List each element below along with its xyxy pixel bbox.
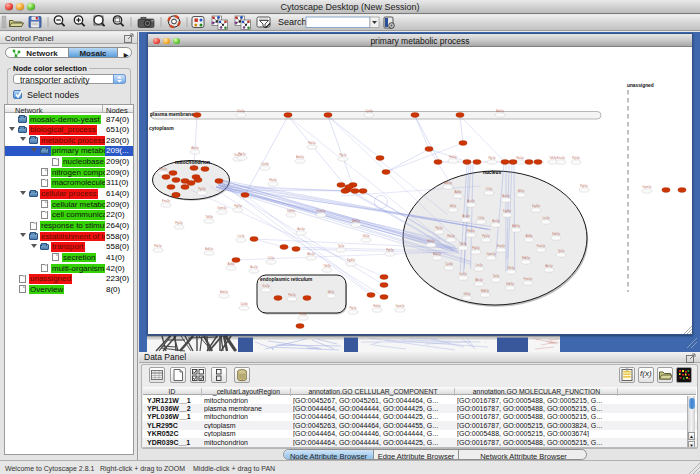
svg-text:Abc1p: Abc1p xyxy=(307,252,315,256)
svg-text:Cit1p: Cit1p xyxy=(268,256,275,260)
svg-text:Gut2p: Gut2p xyxy=(237,109,245,113)
svg-text:Mdh1p: Mdh1p xyxy=(352,219,361,223)
svg-text:Lsc1p: Lsc1p xyxy=(475,263,483,267)
svg-text:Sdh1p: Sdh1p xyxy=(506,282,514,286)
svg-text:Cys3p: Cys3p xyxy=(261,162,269,166)
svg-text:Adh1p: Adh1p xyxy=(512,224,520,228)
svg-text:Lsc1p: Lsc1p xyxy=(237,234,245,238)
svg-text:unassigned: unassigned xyxy=(627,83,654,88)
svg-text:Gpm1p: Gpm1p xyxy=(487,252,496,256)
svg-text:cytoplasm: cytoplasm xyxy=(149,125,174,131)
svg-text:Abc1p: Abc1p xyxy=(475,278,483,282)
svg-text:Pgk1p: Pgk1p xyxy=(580,184,588,188)
svg-text:Fum1p: Fum1p xyxy=(317,209,326,213)
svg-text:Eno2p: Eno2p xyxy=(557,156,565,160)
svg-text:Eno2p: Eno2p xyxy=(497,244,505,248)
svg-text:Hxk1p: Hxk1p xyxy=(308,141,316,145)
svg-text:Idh1p: Idh1p xyxy=(328,290,335,294)
svg-text:Glk1p: Glk1p xyxy=(362,234,370,238)
svg-text:Aco1p: Aco1p xyxy=(297,227,305,231)
svg-text:Ade1p: Ade1p xyxy=(296,155,304,159)
svg-text:Gpm1p: Gpm1p xyxy=(396,304,405,308)
svg-text:Pdc1p: Pdc1p xyxy=(154,244,162,248)
svg-text:Search:: Search: xyxy=(278,17,309,27)
svg-text:Acs2p: Acs2p xyxy=(462,214,470,218)
svg-text:Fum1p: Fum1p xyxy=(524,277,533,281)
svg-text:Hxk1p: Hxk1p xyxy=(427,239,435,243)
svg-text:Abc1p: Abc1p xyxy=(545,264,553,268)
svg-text:Pdc1p: Pdc1p xyxy=(288,293,296,297)
svg-text:Pgk1p: Pgk1p xyxy=(472,246,480,250)
svg-text:Cys3p: Cys3p xyxy=(240,302,248,306)
svg-text:Abc1p: Abc1p xyxy=(191,146,199,150)
svg-text:Eno2p: Eno2p xyxy=(162,199,170,203)
svg-text:Hxk1p: Hxk1p xyxy=(373,304,381,308)
svg-text:Idh1p: Idh1p xyxy=(518,189,525,193)
svg-text:Adh1p: Adh1p xyxy=(205,247,213,251)
svg-text:Pgi1p: Pgi1p xyxy=(350,306,357,310)
svg-text:Kgd1p: Kgd1p xyxy=(503,209,511,213)
svg-text:Pyk2p: Pyk2p xyxy=(175,221,183,225)
svg-text:Gut2p: Gut2p xyxy=(262,284,270,288)
svg-text:Acs2p: Acs2p xyxy=(250,265,258,269)
svg-text:Adh1p: Adh1p xyxy=(444,181,452,185)
svg-text:Ald6p: Ald6p xyxy=(228,262,235,266)
svg-text:Sdh1p: Sdh1p xyxy=(287,209,295,213)
svg-text:Pyk2p: Pyk2p xyxy=(482,234,490,238)
svg-text:Idh1p: Idh1p xyxy=(450,204,457,208)
svg-text:Fba1p: Fba1p xyxy=(269,178,277,182)
svg-text:nucleus: nucleus xyxy=(483,170,501,175)
svg-text:Fum1p: Fum1p xyxy=(537,244,546,248)
svg-text:Pgi1p: Pgi1p xyxy=(489,156,496,160)
svg-text:Ade1p: Ade1p xyxy=(433,252,441,256)
svg-text:Gpm1p: Gpm1p xyxy=(643,185,652,189)
svg-text:Pdc1p: Pdc1p xyxy=(467,229,475,233)
svg-text:Pgi1p: Pgi1p xyxy=(340,153,347,157)
svg-text:Kgd1p: Kgd1p xyxy=(347,258,355,262)
svg-text:Fba1p: Fba1p xyxy=(299,312,307,316)
svg-text:Cit1p: Cit1p xyxy=(486,187,493,191)
svg-text:Cys3p: Cys3p xyxy=(445,262,453,266)
svg-text:Gut2p: Gut2p xyxy=(459,272,467,276)
svg-text:Gpm1p: Gpm1p xyxy=(218,206,227,210)
svg-text:Ald6p: Ald6p xyxy=(455,190,462,194)
svg-text:Pgi1p: Pgi1p xyxy=(436,226,443,230)
svg-text:Mdh1p: Mdh1p xyxy=(481,289,490,293)
svg-text:Aco1p: Aco1p xyxy=(502,194,510,198)
svg-text:Tdh3p: Tdh3p xyxy=(549,156,557,160)
svg-text:Fba1p: Fba1p xyxy=(447,234,455,238)
svg-text:Ade1p: Ade1p xyxy=(496,109,504,113)
svg-text:Ald6p: Ald6p xyxy=(526,234,533,238)
svg-text:Pyk2p: Pyk2p xyxy=(198,187,206,191)
svg-text:Cit1p: Cit1p xyxy=(478,216,485,220)
svg-text:Pgk1p: Pgk1p xyxy=(386,248,394,252)
svg-text:plasma membrane: plasma membrane xyxy=(150,111,194,117)
svg-text:Glk1p: Glk1p xyxy=(507,266,515,270)
svg-text:Pgk1p: Pgk1p xyxy=(234,204,242,208)
svg-text:Hxk1p: Hxk1p xyxy=(449,155,457,159)
svg-text:Tpi1p: Tpi1p xyxy=(558,249,565,253)
svg-text:mitochondrion: mitochondrion xyxy=(175,159,210,165)
svg-text:Pyk2p: Pyk2p xyxy=(572,156,580,160)
svg-text:Glk1p: Glk1p xyxy=(463,292,471,296)
svg-text:Acs2p: Acs2p xyxy=(467,199,475,203)
svg-text:Aco1p: Aco1p xyxy=(492,219,500,223)
svg-text:Pdc1p: Pdc1p xyxy=(238,152,246,156)
svg-text:Tdh3p: Tdh3p xyxy=(459,242,467,246)
svg-text:Kgd1p: Kgd1p xyxy=(532,204,540,208)
svg-text:Tpi1p: Tpi1p xyxy=(493,274,500,278)
svg-text:Tpi1p: Tpi1p xyxy=(338,244,345,248)
svg-text:Mdh1p: Mdh1p xyxy=(522,256,531,260)
svg-text:Tdh3p: Tdh3p xyxy=(323,264,331,268)
svg-text:Cys3p: Cys3p xyxy=(365,109,373,113)
svg-text:Eno2p: Eno2p xyxy=(159,167,167,171)
svg-text:Tdh3p: Tdh3p xyxy=(205,215,213,219)
svg-text:endoplasmic reticulum: endoplasmic reticulum xyxy=(260,277,312,282)
svg-text:Fba1p: Fba1p xyxy=(516,156,524,160)
svg-text:Lsc1p: Lsc1p xyxy=(542,216,550,220)
svg-text:Sdh1p: Sdh1p xyxy=(552,232,560,236)
svg-text:Ade1p: Ade1p xyxy=(220,290,228,294)
